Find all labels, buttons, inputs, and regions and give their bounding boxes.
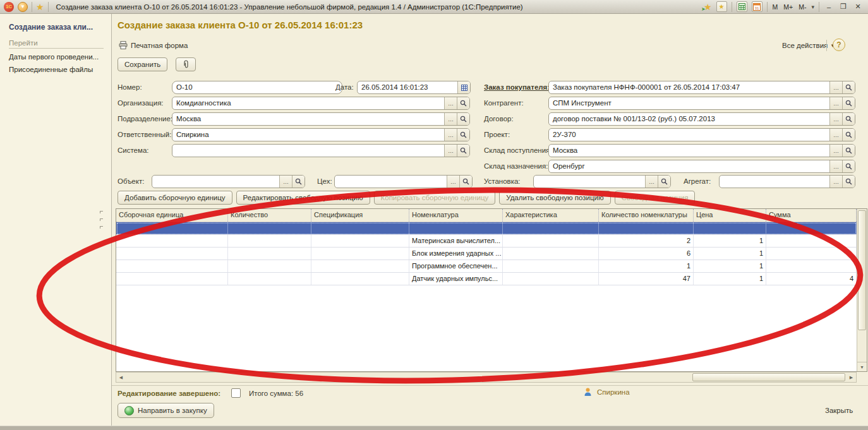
magnifier-button[interactable] [459,176,472,188]
date-value[interactable]: 26.05.2014 16:01:23 [358,81,457,93]
edit-done-checkbox[interactable] [231,388,241,398]
table-cell[interactable] [599,222,694,234]
favorites-star-icon[interactable]: ★ [36,3,44,11]
shop-value[interactable] [335,176,447,188]
sidebar-link[interactable]: Даты первого проведени... [9,53,99,61]
table-cell[interactable] [503,235,599,247]
table-cell[interactable] [228,248,311,260]
select-dots-button[interactable]: … [829,97,842,109]
organization-field[interactable]: Комдиагностика … [172,97,470,110]
project-value[interactable]: 2У-370 [549,129,829,141]
select-dots-button[interactable]: … [447,176,459,188]
table-cell[interactable] [228,222,311,234]
system-field[interactable]: … [172,144,470,157]
customer-order-field[interactable]: Заказ покупателя НФНФ-000001 от 26.05.20… [548,81,855,94]
table-cell[interactable]: 2 [599,235,694,247]
table-cell[interactable] [116,235,228,247]
table-cell[interactable] [116,273,228,285]
column-header[interactable]: Цена [694,209,766,222]
table-cell[interactable] [311,235,409,247]
table-toolbar-button[interactable]: Редактировать свободную позицию [236,191,370,205]
table-cell[interactable] [311,248,409,260]
main-menu-button[interactable]: ▼ [18,2,28,12]
responsible-value[interactable]: Спиркина [172,129,444,141]
splitter-handle[interactable] [100,211,103,229]
table-cell[interactable] [766,222,857,234]
column-header[interactable]: Сборочная единица [116,209,228,222]
aggregate-value[interactable] [720,176,829,188]
magnifier-button[interactable] [842,97,855,109]
object-field[interactable]: … [152,175,305,188]
number-value[interactable]: О-10 [172,81,342,93]
memory-mplus-button[interactable]: M+ [783,3,793,11]
select-dots-button[interactable]: … [444,145,457,157]
column-header[interactable]: Номенклатура [409,209,503,222]
table-cell[interactable] [311,273,409,285]
table-cell[interactable] [228,273,311,285]
table-cell[interactable]: 1 [599,260,694,272]
magnifier-button[interactable] [457,97,469,109]
installation-value[interactable] [534,176,645,188]
warehouse-receipt-field[interactable]: Москва … [548,144,855,157]
vertical-scrollbar-thumb[interactable] [858,210,866,330]
sidebar-link[interactable]: Присоединенные файлы [9,66,99,73]
memory-m-button[interactable]: M [772,3,779,11]
table-cell[interactable]: 6 [599,248,694,260]
contract-value[interactable]: договор поставки № 001/13-02 (руб.) 05.0… [549,113,829,125]
table-row[interactable]: Материнская вычислител...21 [116,235,857,248]
date-picker-button[interactable] [457,81,470,93]
memory-mminus-button[interactable]: M- [798,3,807,11]
vertical-scrollbar[interactable]: ▼ [857,209,867,371]
user-name[interactable]: Спиркина [597,388,630,396]
send-to-purchase-button[interactable]: Направить в закупку [118,403,214,418]
chevron-down-icon[interactable]: ▾ [811,4,814,10]
column-header[interactable]: Характеристика [503,209,599,222]
table-cell[interactable] [116,222,228,234]
save-button[interactable]: Сохранить [118,57,167,71]
table-cell[interactable]: 1 [694,273,766,285]
horizontal-scrollbar[interactable]: ◀ ▶ [116,372,857,383]
select-dots-button[interactable]: … [444,113,457,125]
table-cell[interactable] [503,248,599,260]
scroll-left-arrow[interactable]: ◀ [116,373,126,381]
department-field[interactable]: Москва … [172,112,470,126]
print-form-link[interactable]: Печатная форма [119,41,188,49]
warehouse-receipt-value[interactable]: Москва [549,145,829,157]
scroll-down-arrow[interactable]: ▼ [857,362,867,371]
customer-order-value[interactable]: Заказ покупателя НФНФ-000001 от 26.05.20… [549,81,829,93]
select-dots-button[interactable]: … [444,129,457,141]
select-dots-button[interactable]: … [829,145,842,157]
close-window-button[interactable]: ✕ [853,3,863,11]
magnifier-button[interactable] [842,81,855,93]
magnifier-button[interactable] [842,160,855,172]
table-cell[interactable] [766,260,857,272]
attachments-button[interactable] [176,57,196,71]
magnifier-button[interactable] [842,129,855,141]
table-cell[interactable] [766,248,857,260]
select-dots-button[interactable]: … [279,176,292,188]
table-cell[interactable]: 1 [694,260,766,272]
column-header[interactable]: Количество номенклатуры [599,209,694,222]
table-cell[interactable] [311,260,409,272]
installation-field[interactable]: … [533,175,671,188]
table-row[interactable]: Блок измерения ударных ...61 [116,248,857,260]
select-dots-button[interactable]: … [829,129,842,141]
column-header[interactable]: Сумма [766,209,857,222]
select-dots-button[interactable]: … [444,97,457,109]
select-dots-button[interactable]: … [829,113,842,125]
calculator-icon[interactable] [737,1,747,12]
table-cell[interactable] [116,260,228,272]
table-cell[interactable] [503,273,599,285]
table-cell[interactable] [228,260,311,272]
magnifier-button[interactable] [842,145,855,157]
table-cell[interactable] [766,235,857,247]
object-value[interactable] [152,176,279,188]
system-value[interactable] [172,145,444,157]
table-cell[interactable]: Программное обеспечен... [409,260,503,272]
warehouse-destination-value[interactable]: Оренбург [549,160,829,172]
table-cell[interactable] [116,248,228,260]
table-cell[interactable] [503,260,599,272]
date-field[interactable]: 26.05.2014 16:01:23 [357,81,471,94]
table-cell[interactable] [503,222,599,234]
minimize-button[interactable]: – [824,3,834,11]
